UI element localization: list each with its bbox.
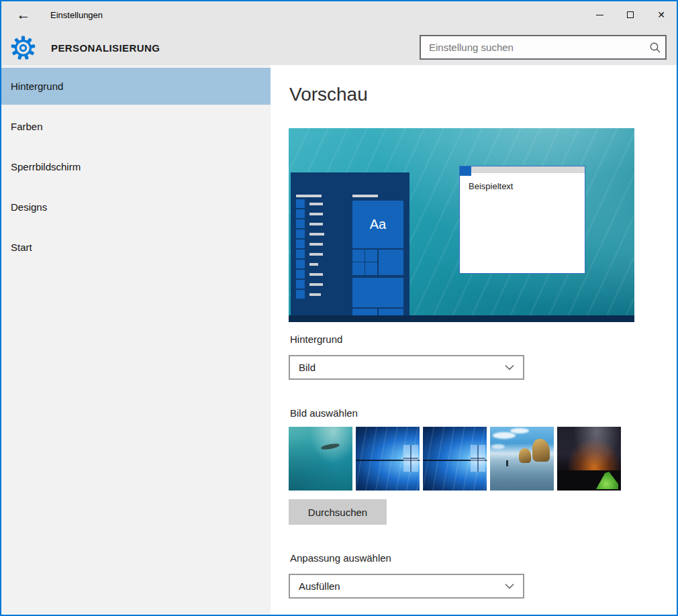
- thumbnail-windows-hero-2[interactable]: [423, 427, 487, 491]
- preview-heading: Vorschau: [289, 84, 368, 105]
- start-menu-app-list: [296, 195, 324, 300]
- sidebar-item-label: Sperrbildschirm: [11, 161, 81, 172]
- sample-text: Beispieltext: [469, 181, 513, 191]
- settings-window: ← Einstellungen ✕: [0, 0, 678, 616]
- windows-logo-glow: [403, 445, 418, 472]
- font-preview-tile: Aa: [352, 201, 403, 248]
- wallpaper-thumbnails: [289, 427, 621, 491]
- close-button[interactable]: ✕: [646, 1, 677, 28]
- app-body: Hintergrund Farben Sperrbildschirm Desig…: [1, 65, 677, 615]
- background-dropdown-value: Bild: [290, 362, 496, 373]
- back-arrow-icon: ←: [17, 7, 31, 23]
- sidebar-item-label: Hintergrund: [11, 81, 63, 92]
- rock-formation: [519, 448, 531, 463]
- search-input[interactable]: [421, 42, 645, 53]
- background-dropdown[interactable]: Bild: [289, 355, 524, 380]
- sidebar: Hintergrund Farben Sperrbildschirm Desig…: [1, 65, 271, 615]
- sample-window-accent-square: [460, 166, 471, 176]
- sample-window-titlebar: [460, 166, 585, 173]
- caption-buttons: ✕: [584, 1, 677, 28]
- fit-dropdown-value: Ausfüllen: [290, 580, 496, 592]
- chevron-down-icon: [496, 583, 523, 589]
- thumbnail-windows-hero[interactable]: [356, 427, 420, 491]
- rock-formation: [532, 439, 550, 462]
- close-icon: ✕: [657, 10, 665, 19]
- start-menu-tiles: Aa: [352, 195, 403, 315]
- minimize-button[interactable]: [584, 1, 615, 28]
- desktop-preview: Aa Beispieltext: [289, 128, 634, 322]
- browse-button[interactable]: Durchsuchen: [289, 499, 387, 525]
- back-button[interactable]: ←: [13, 5, 34, 24]
- top-strip: ← Einstellungen ✕: [1, 1, 677, 65]
- taskbar-mockup: [289, 315, 634, 322]
- person-silhouette: [506, 460, 508, 466]
- window-title: Einstellungen: [50, 10, 103, 20]
- sidebar-item-label: Start: [11, 242, 32, 253]
- sidebar-item-hintergrund[interactable]: Hintergrund: [1, 68, 271, 105]
- choose-image-label: Bild auswählen: [290, 407, 358, 419]
- sidebar-item-start[interactable]: Start: [1, 229, 271, 266]
- gear-icon: [11, 36, 36, 60]
- main-content: Vorschau: [271, 65, 677, 615]
- maximize-icon: [627, 11, 634, 18]
- windows-logo-glow: [471, 445, 485, 472]
- thumbnail-beach[interactable]: [490, 427, 554, 491]
- maximize-button[interactable]: [615, 1, 646, 28]
- sidebar-item-designs[interactable]: Designs: [1, 189, 271, 225]
- sample-window-mockup: Beispieltext: [459, 166, 585, 274]
- fit-label: Anpassung auswählen: [290, 552, 391, 564]
- sidebar-item-farben[interactable]: Farben: [1, 108, 271, 145]
- page-title: PERSONALISIERUNG: [51, 42, 160, 54]
- sidebar-item-label: Farben: [11, 121, 43, 132]
- fit-dropdown[interactable]: Ausfüllen: [289, 574, 524, 599]
- thumbnail-night-tent[interactable]: [557, 427, 621, 491]
- background-label: Hintergrund: [290, 333, 342, 345]
- start-menu-mockup: Aa: [291, 172, 409, 315]
- chevron-down-icon: [496, 364, 523, 370]
- search-icon[interactable]: [645, 42, 665, 54]
- sidebar-item-sperrbildschirm[interactable]: Sperrbildschirm: [1, 148, 271, 185]
- search-box: [420, 35, 667, 60]
- sidebar-item-label: Designs: [11, 201, 47, 213]
- minimize-icon: [596, 15, 603, 15]
- swimmer-silhouette: [321, 443, 340, 451]
- thumbnail-underwater[interactable]: [289, 427, 352, 491]
